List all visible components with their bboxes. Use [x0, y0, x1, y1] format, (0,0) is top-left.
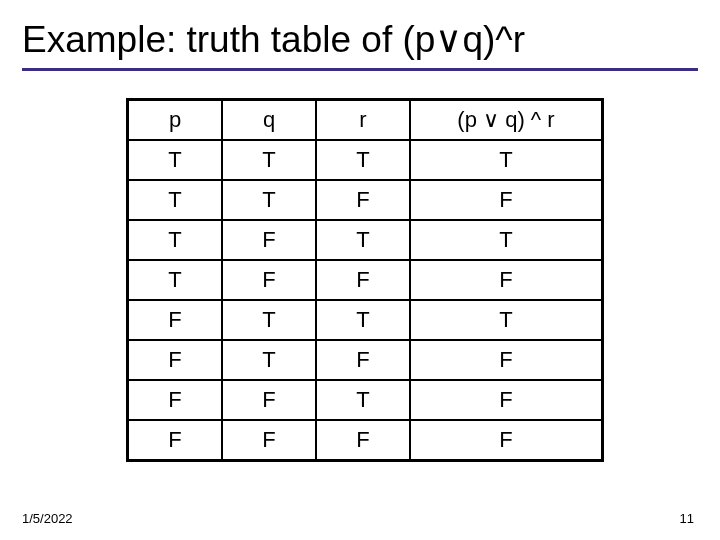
truth-table-wrap: p q r (p ∨ q) ^ r T T T T T T: [126, 98, 604, 462]
cell-p: T: [128, 180, 223, 220]
col-header-q: q: [222, 100, 316, 141]
cell-r: T: [316, 220, 410, 260]
and-symbol: ^: [495, 19, 512, 60]
table-row: F F T F: [128, 380, 603, 420]
table-row: F T T T: [128, 300, 603, 340]
cell-res: F: [410, 180, 603, 220]
cell-r: F: [316, 420, 410, 461]
slide: Example: truth table of (p∨q)^r p q r (p…: [0, 0, 720, 540]
cell-r: T: [316, 140, 410, 180]
title-underline: [22, 68, 698, 71]
col-header-r: r: [316, 100, 410, 141]
res-and-symbol: ^: [531, 107, 541, 132]
cell-res: F: [410, 340, 603, 380]
footer-date: 1/5/2022: [22, 511, 73, 526]
table-row: T F T T: [128, 220, 603, 260]
cell-r: T: [316, 380, 410, 420]
cell-res: T: [410, 140, 603, 180]
title-mid: q): [462, 19, 495, 60]
title-suffix: r: [513, 19, 525, 60]
table-row: F T F F: [128, 340, 603, 380]
slide-title: Example: truth table of (p∨q)^r: [22, 18, 525, 61]
col-header-result: (p ∨ q) ^ r: [410, 100, 603, 141]
cell-r: F: [316, 340, 410, 380]
cell-q: F: [222, 380, 316, 420]
cell-q: F: [222, 420, 316, 461]
cell-p: T: [128, 260, 223, 300]
cell-q: T: [222, 340, 316, 380]
cell-r: F: [316, 180, 410, 220]
title-prefix: Example: truth table of (p: [22, 19, 435, 60]
cell-res: F: [410, 420, 603, 461]
res-or-symbol: ∨: [483, 107, 499, 132]
cell-q: T: [222, 300, 316, 340]
res-suffix: r: [541, 107, 554, 132]
cell-r: T: [316, 300, 410, 340]
cell-q: T: [222, 180, 316, 220]
cell-p: F: [128, 420, 223, 461]
cell-r: F: [316, 260, 410, 300]
table-row: F F F F: [128, 420, 603, 461]
cell-p: T: [128, 220, 223, 260]
cell-q: F: [222, 220, 316, 260]
table-row: T T F F: [128, 180, 603, 220]
cell-p: F: [128, 300, 223, 340]
table-row: T F F F: [128, 260, 603, 300]
cell-res: T: [410, 220, 603, 260]
cell-q: T: [222, 140, 316, 180]
or-symbol: ∨: [435, 19, 462, 60]
truth-table: p q r (p ∨ q) ^ r T T T T T T: [126, 98, 604, 462]
footer-page-number: 11: [680, 511, 694, 526]
table-row: T T T T: [128, 140, 603, 180]
cell-p: F: [128, 380, 223, 420]
res-mid: q): [499, 107, 531, 132]
table-header-row: p q r (p ∨ q) ^ r: [128, 100, 603, 141]
cell-p: F: [128, 340, 223, 380]
cell-res: F: [410, 380, 603, 420]
res-prefix: (p: [457, 107, 483, 132]
cell-res: F: [410, 260, 603, 300]
cell-p: T: [128, 140, 223, 180]
col-header-p: p: [128, 100, 223, 141]
cell-q: F: [222, 260, 316, 300]
cell-res: T: [410, 300, 603, 340]
